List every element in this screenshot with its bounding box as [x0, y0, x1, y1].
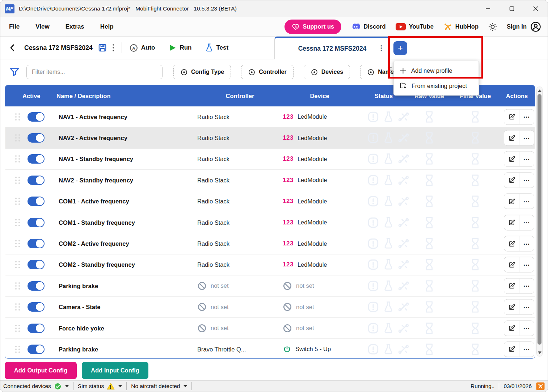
- edit-button[interactable]: [504, 131, 519, 146]
- edit-button[interactable]: [504, 173, 519, 187]
- minimize-button[interactable]: [476, 0, 500, 17]
- scrollbar-thumb[interactable]: [538, 94, 541, 345]
- more-actions-button[interactable]: ...: [519, 321, 534, 336]
- edit-button[interactable]: [504, 300, 519, 315]
- more-actions-button[interactable]: ...: [519, 215, 534, 230]
- drag-handle[interactable]: [15, 240, 20, 247]
- aircraft-status[interactable]: No aircraft detected: [127, 382, 192, 390]
- not-set-icon: [283, 302, 292, 312]
- menu-file[interactable]: File: [9, 23, 20, 30]
- more-actions-button[interactable]: ...: [519, 131, 534, 146]
- tab-kebab-icon[interactable]: ⋮: [378, 44, 385, 52]
- close-button[interactable]: [524, 0, 548, 17]
- add-output-config-button[interactable]: Add Output Config: [5, 362, 77, 379]
- connected-devices-status[interactable]: Connected devices: [0, 382, 73, 390]
- drag-handle[interactable]: [15, 177, 20, 184]
- edit-button[interactable]: [504, 257, 519, 272]
- drag-handle[interactable]: [15, 261, 20, 268]
- menu-item-from-existing-project[interactable]: From existing project: [394, 78, 479, 93]
- support-us-button[interactable]: $ Support us: [284, 20, 341, 34]
- back-button[interactable]: [8, 43, 16, 52]
- edit-button[interactable]: [504, 321, 519, 336]
- auto-button[interactable]: A Auto: [129, 43, 155, 52]
- theme-toggle-icon[interactable]: [488, 22, 497, 31]
- sim-status[interactable]: Sim status: [73, 382, 127, 390]
- config-name[interactable]: Camera - State: [59, 304, 101, 311]
- config-name[interactable]: NAV2 - Active frequency: [59, 135, 127, 142]
- active-toggle[interactable]: [28, 324, 45, 333]
- active-toggle[interactable]: [28, 176, 45, 185]
- scroll-up-icon[interactable]: [537, 88, 542, 93]
- filter-chip-config-type[interactable]: Config Type: [173, 65, 231, 79]
- filter-chip-devices[interactable]: Devices: [304, 65, 350, 79]
- active-toggle[interactable]: [28, 197, 45, 206]
- more-actions-button[interactable]: ...: [519, 109, 534, 124]
- tab-cessna-172-msfs2024[interactable]: Cessna 172 MSFS2024 ⋮: [274, 37, 390, 59]
- drag-handle[interactable]: [15, 198, 20, 205]
- table-scrollbar[interactable]: [536, 87, 543, 357]
- project-kebab-icon[interactable]: [112, 44, 114, 52]
- more-actions-button[interactable]: ...: [519, 278, 534, 293]
- config-name[interactable]: Parking brake: [59, 282, 98, 289]
- config-name[interactable]: COM1 - Active frequency: [59, 198, 129, 205]
- more-actions-button[interactable]: ...: [519, 236, 534, 251]
- menu-item-add-new-profile[interactable]: Add new profile: [394, 63, 479, 78]
- test-button[interactable]: Test: [205, 43, 229, 52]
- active-toggle[interactable]: [28, 260, 45, 269]
- scroll-down-icon[interactable]: [537, 350, 542, 355]
- filter-chip-controller[interactable]: Controller: [241, 65, 293, 79]
- config-name[interactable]: NAV1 - Standby frequency: [59, 156, 133, 163]
- more-actions-button[interactable]: ...: [519, 342, 534, 357]
- run-button[interactable]: Run: [168, 43, 191, 52]
- sign-in-button[interactable]: Sign in: [507, 21, 541, 32]
- active-toggle[interactable]: [28, 239, 45, 248]
- config-name[interactable]: NAV1 - Active frequency: [59, 113, 127, 120]
- config-name[interactable]: COM2 - Standby frequency: [59, 261, 135, 268]
- add-input-config-button[interactable]: Add Input Config: [82, 362, 148, 379]
- config-name[interactable]: NAV2 - Standby frequency: [59, 177, 133, 184]
- more-actions-button[interactable]: ...: [519, 194, 534, 209]
- active-toggle[interactable]: [28, 345, 45, 354]
- active-toggle[interactable]: [28, 112, 45, 122]
- edit-button[interactable]: [504, 215, 519, 230]
- final-value-hourglass-icon: [469, 279, 481, 293]
- drag-handle[interactable]: [15, 219, 20, 226]
- menu-view[interactable]: View: [35, 23, 49, 30]
- active-toggle[interactable]: [28, 218, 45, 227]
- youtube-link[interactable]: YouTube: [395, 23, 434, 31]
- add-profile-button[interactable]: +: [393, 41, 407, 55]
- discord-link[interactable]: Discord: [351, 23, 385, 30]
- save-icon[interactable]: [98, 43, 107, 52]
- config-name[interactable]: Parking brake: [59, 346, 98, 353]
- more-actions-button[interactable]: ...: [519, 257, 534, 272]
- menu-extras[interactable]: Extras: [66, 23, 84, 30]
- hubhop-link[interactable]: HubHop: [443, 22, 479, 31]
- edit-button[interactable]: [504, 152, 519, 167]
- maximize-button[interactable]: [500, 0, 524, 17]
- edit-button[interactable]: [504, 342, 519, 357]
- drag-handle[interactable]: [15, 325, 20, 332]
- config-name[interactable]: COM1 - Standby frequency: [59, 219, 135, 226]
- active-toggle[interactable]: [28, 133, 45, 143]
- hubhop-date-icon: [536, 382, 545, 390]
- filter-items-input[interactable]: [26, 65, 163, 79]
- drag-handle[interactable]: [15, 282, 20, 290]
- edit-button[interactable]: [504, 236, 519, 251]
- menu-help[interactable]: Help: [100, 23, 114, 30]
- drag-handle[interactable]: [15, 346, 20, 353]
- drag-handle[interactable]: [15, 155, 20, 163]
- drag-handle[interactable]: [15, 134, 20, 142]
- edit-button[interactable]: [504, 109, 519, 124]
- edit-button[interactable]: [504, 194, 519, 209]
- more-actions-button[interactable]: ...: [519, 300, 534, 315]
- more-actions-button[interactable]: ...: [519, 152, 534, 167]
- config-name[interactable]: COM2 - Active frequency: [59, 240, 129, 247]
- config-name[interactable]: Force hide yoke: [59, 325, 104, 332]
- edit-button[interactable]: [504, 278, 519, 293]
- drag-handle[interactable]: [15, 303, 20, 311]
- active-toggle[interactable]: [28, 281, 45, 291]
- more-actions-button[interactable]: ...: [519, 173, 534, 187]
- active-toggle[interactable]: [28, 302, 45, 312]
- drag-handle[interactable]: [15, 113, 20, 121]
- active-toggle[interactable]: [28, 154, 45, 164]
